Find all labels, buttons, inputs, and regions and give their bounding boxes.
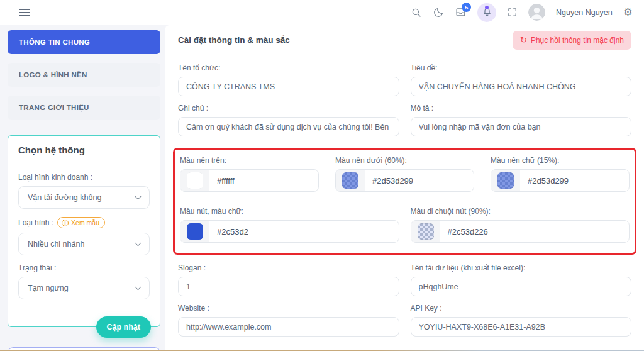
slogan-input[interactable] <box>178 277 399 296</box>
info-icon: i <box>62 220 69 226</box>
tab-thong-tin-chung[interactable]: THÔNG TIN CHUNG <box>8 30 160 54</box>
dark-mode-moon-icon[interactable] <box>433 7 444 18</box>
sidebar: THÔNG TIN CHUNG LOGO & HÌNH NỀN TRANG GI… <box>8 30 160 327</box>
api-key-input[interactable] <box>411 317 632 337</box>
color-hex-value: #2d53d299 <box>520 176 569 186</box>
description-label: Mô tả : <box>411 104 632 113</box>
website-input[interactable] <box>178 317 399 337</box>
tab-trang-gioi-thieu[interactable]: TRANG GIỚI THIỆU <box>8 96 160 120</box>
model-value: Nhiều chi nhánh <box>28 240 84 248</box>
color-hex-value: #2c53d226 <box>440 227 488 237</box>
model-select[interactable]: Nhiều chi nhánh <box>18 233 150 255</box>
user-name[interactable]: Nguyen Nguyen <box>556 8 613 17</box>
view-sample-label: Xem mẫu <box>71 219 99 226</box>
inbox-badge: 5 <box>462 3 471 12</box>
business-type-value: Vận tải đường không <box>28 193 101 202</box>
update-button[interactable]: Cập nhật <box>96 316 151 338</box>
chevron-down-icon <box>135 193 142 199</box>
color-hex-value: #2c53d2 <box>209 227 248 237</box>
business-type-label: Loại hình kinh doanh : <box>18 173 150 182</box>
color-button-hover-picker[interactable]: #2c53d226 <box>411 220 630 243</box>
notification-dot <box>485 6 489 9</box>
color-swatch <box>187 223 203 240</box>
system-panel-title: Chọn hệ thống <box>18 145 150 164</box>
color-top-bg-label: Màu nền trên: <box>180 156 319 165</box>
description-input[interactable] <box>411 117 632 136</box>
search-icon[interactable] <box>411 7 422 18</box>
color-swatch <box>187 172 203 189</box>
note-label: Ghi chú : <box>178 104 399 113</box>
color-button-text-label: Màu nút, màu chữ: <box>180 207 399 216</box>
color-swatch <box>418 223 434 240</box>
note-input[interactable] <box>178 117 399 136</box>
tab-logo-hinh-nen[interactable]: LOGO & HÌNH NỀN <box>8 63 160 87</box>
view-sample-badge[interactable]: i Xem mẫu <box>57 217 105 228</box>
status-label: Trạng thái : <box>18 264 150 272</box>
restore-defaults-label: Phục hồi thông tin mặc định <box>531 36 624 45</box>
api-key-label: API Key : <box>411 304 632 313</box>
tab-label: LOGO & HÌNH NỀN <box>19 71 87 79</box>
color-swatch <box>497 172 514 189</box>
refresh-icon: ↻ <box>520 36 527 44</box>
color-hex-value: #2d53d299 <box>365 176 413 186</box>
settings-card: Cài đặt thông tin & màu sắc ↻ Phục hồi t… <box>165 25 644 351</box>
gear-icon[interactable]: ⚙ <box>623 7 633 18</box>
color-hex-value: #ffffff <box>209 176 235 186</box>
notification-bell-icon[interactable] <box>477 3 496 22</box>
color-bottom-bg-picker[interactable]: #2d53d299 <box>335 169 474 192</box>
restore-defaults-button[interactable]: ↻ Phục hồi thông tin mặc định <box>513 31 631 50</box>
title-input[interactable] <box>411 77 632 96</box>
top-bar: 5 Nguyen Nguyen ⚙ <box>0 0 644 25</box>
annotation-red-box: Màu nền trên: #ffffff Màu nền dưới (60%)… <box>173 148 636 255</box>
color-top-bg-picker[interactable]: #ffffff <box>180 169 319 192</box>
tab-label: THÔNG TIN CHUNG <box>19 38 90 46</box>
status-value: Tạm ngưng <box>28 284 69 292</box>
color-bottom-bg-label: Màu nền dưới (60%): <box>335 156 474 165</box>
org-name-input[interactable] <box>178 77 399 96</box>
status-select[interactable]: Tạm ngưng <box>18 277 150 299</box>
color-text-bg-picker[interactable]: #2d53d299 <box>491 169 630 192</box>
export-name-input[interactable] <box>411 277 632 296</box>
system-panel: Chọn hệ thống Loại hình kinh doanh : Vận… <box>8 135 160 327</box>
slogan-label: Slogan : <box>178 264 399 272</box>
chevron-down-icon <box>135 284 142 290</box>
color-button-hover-label: Màu di chuột nút (90%): <box>411 207 630 216</box>
page-title: Cài đặt thông tin & màu sắc <box>178 35 290 45</box>
inbox-icon[interactable]: 5 <box>455 6 467 18</box>
chevron-down-icon <box>135 240 142 246</box>
menu-icon[interactable] <box>19 7 30 18</box>
export-name-label: Tên tải dữ liệu (khi xuất file excel): <box>411 264 632 272</box>
business-type-select[interactable]: Vận tải đường không <box>18 186 150 209</box>
website-label: Website : <box>178 304 399 313</box>
color-text-bg-label: Màu nền chữ (15%): <box>491 156 630 165</box>
org-name-label: Tên tổ chức: <box>178 64 399 72</box>
title-label: Tiêu đề: <box>411 64 632 72</box>
tab-label: TRANG GIỚI THIỆU <box>19 104 89 111</box>
color-swatch <box>342 172 358 189</box>
fullscreen-icon[interactable] <box>507 7 518 18</box>
avatar[interactable] <box>528 4 545 21</box>
color-button-text-picker[interactable]: #2c53d2 <box>180 220 399 243</box>
model-label: Loại hình : <box>18 218 53 227</box>
